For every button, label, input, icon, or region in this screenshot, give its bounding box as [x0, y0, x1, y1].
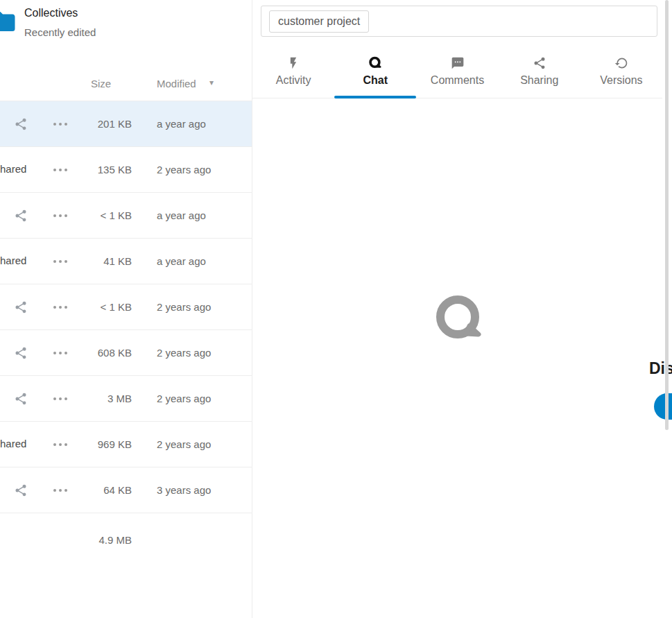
- tag-chip[interactable]: customer project: [269, 10, 369, 33]
- table-row[interactable]: hared 969 KB 2 years ago: [0, 422, 252, 467]
- column-header-size[interactable]: Size: [91, 78, 111, 89]
- share-icon: [533, 56, 546, 71]
- file-size: 969 KB: [66, 438, 132, 450]
- file-modified: a year ago: [157, 209, 206, 221]
- sort-caret-icon[interactable]: ▾: [209, 78, 214, 87]
- file-size: 135 KB: [66, 164, 132, 175]
- file-modified: 2 years ago: [157, 393, 211, 404]
- share-icon[interactable]: [14, 209, 28, 223]
- file-size: 3 MB: [66, 393, 132, 404]
- file-modified: 3 years ago: [157, 484, 211, 496]
- file-modified: 2 years ago: [157, 301, 211, 313]
- share-icon[interactable]: [14, 483, 28, 497]
- breadcrumb-subtitle: Recently edited: [24, 26, 96, 38]
- share-icon[interactable]: [14, 300, 28, 314]
- file-modified: 2 years ago: [157, 347, 211, 359]
- tab-label: Chat: [363, 74, 388, 87]
- file-name-fragment: hared: [0, 163, 26, 175]
- chat-empty-title: Discuss this file: [505, 359, 672, 378]
- talk-logo-icon: [435, 294, 485, 344]
- file-size: 64 KB: [66, 484, 132, 496]
- file-list-pane: Collectives Recently edited Size Modifie…: [0, 0, 252, 618]
- join-conversation-button[interactable]: Join conversation: [654, 393, 672, 420]
- tab-label: Sharing: [520, 74, 558, 87]
- breadcrumb-title[interactable]: Collectives: [24, 7, 78, 19]
- file-size: < 1 KB: [66, 209, 132, 221]
- tab-label: Versions: [600, 74, 642, 87]
- file-modified: 2 years ago: [157, 164, 211, 175]
- total-size: 4.9 MB: [66, 534, 132, 546]
- talk-icon: [368, 56, 382, 71]
- file-modified: a year ago: [157, 255, 206, 267]
- table-row[interactable]: 608 KB 2 years ago: [0, 330, 252, 376]
- column-header-modified[interactable]: Modified: [157, 78, 196, 89]
- tab-chat[interactable]: Chat: [334, 52, 416, 98]
- file-rows: 201 KB a year ago hared 135 KB 2 years a…: [0, 101, 252, 513]
- file-name-fragment: hared: [0, 255, 26, 266]
- tab-versions[interactable]: Versions: [580, 52, 662, 98]
- tab-sharing[interactable]: Sharing: [499, 52, 580, 98]
- table-row[interactable]: < 1 KB 2 years ago: [0, 284, 252, 330]
- file-name-fragment: hared: [0, 438, 26, 449]
- tab-comments[interactable]: Comments: [416, 52, 498, 98]
- tab-activity[interactable]: Activity: [252, 52, 334, 98]
- share-icon[interactable]: [14, 392, 28, 406]
- file-size: 201 KB: [66, 118, 132, 130]
- active-tab-indicator: [334, 96, 416, 98]
- table-row[interactable]: hared 41 KB a year ago: [0, 239, 252, 284]
- restore-icon: [614, 56, 628, 71]
- message-icon: [451, 56, 465, 71]
- file-size: 608 KB: [66, 347, 132, 359]
- folder-icon: [0, 7, 17, 36]
- table-row[interactable]: 64 KB 3 years ago: [0, 467, 252, 513]
- scrollbar-thumb[interactable]: [665, 0, 669, 430]
- file-modified: a year ago: [157, 118, 206, 130]
- table-row[interactable]: 3 MB 2 years ago: [0, 376, 252, 422]
- share-icon[interactable]: [14, 346, 28, 360]
- table-row[interactable]: hared 135 KB 2 years ago: [0, 147, 252, 193]
- file-size: < 1 KB: [66, 301, 132, 313]
- tags-input[interactable]: customer project: [261, 6, 657, 37]
- tab-label: Activity: [276, 74, 311, 87]
- table-row[interactable]: 201 KB a year ago: [0, 101, 252, 147]
- lightning-icon: [286, 56, 300, 71]
- file-size: 41 KB: [66, 255, 132, 267]
- share-icon[interactable]: [14, 117, 28, 131]
- table-row[interactable]: < 1 KB a year ago: [0, 193, 252, 239]
- sidebar-tabs: Activity Chat Comments Sharing Versions: [252, 52, 662, 98]
- tab-label: Comments: [431, 74, 484, 87]
- file-modified: 2 years ago: [157, 438, 211, 450]
